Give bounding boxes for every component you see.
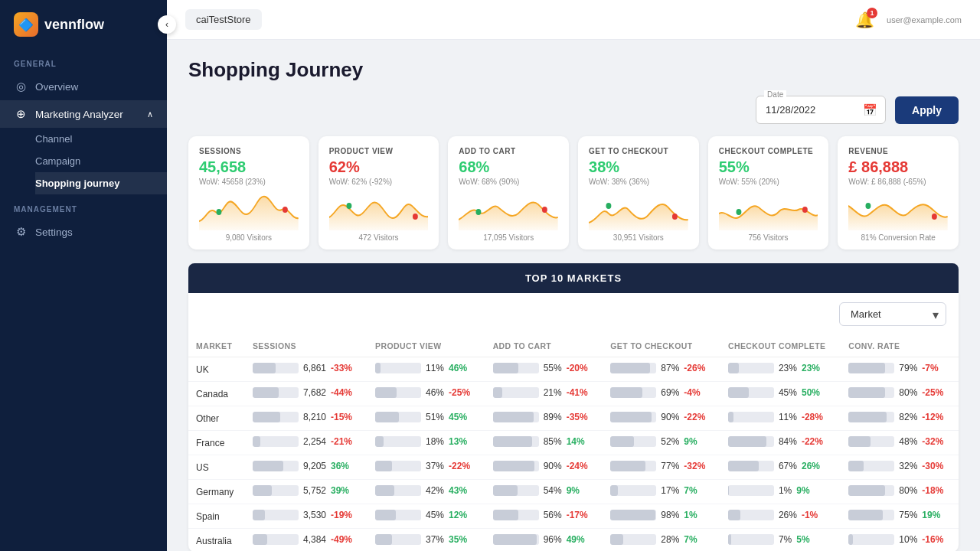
- topbar-right: 🔔 1 user@example.com: [855, 11, 962, 29]
- sidebar-item-campaign[interactable]: Campaign: [35, 150, 167, 172]
- product-view-cell: 46% -25%: [368, 382, 485, 406]
- table-header-add-to-cart: ADD TO CART: [485, 335, 603, 357]
- sessions-cell: 2,254 -21%: [245, 431, 368, 455]
- table-row: France 2,254 -21% 18% 13% 85% 14%: [188, 431, 959, 455]
- metric-chart: [199, 191, 299, 230]
- checkout-complete-cell: 26% -1%: [720, 504, 841, 529]
- checkout-complete-cell: 23% 23%: [720, 357, 841, 382]
- market-name: UK: [188, 357, 245, 382]
- table-row: Germany 5,752 39% 42% 43% 54% 9%: [188, 480, 959, 504]
- metric-wow: WoW: 38% (36%): [589, 178, 688, 186]
- sidebar-item-marketing-analyzer[interactable]: ⊕ Marketing Analyzer ∧: [0, 100, 167, 128]
- sidebar-item-label: Channel: [35, 133, 72, 145]
- product-view-cell: 18% 13%: [368, 431, 485, 455]
- market-name: Spain: [188, 504, 245, 529]
- dot-red: [283, 207, 288, 213]
- metric-title: ADD TO CART: [459, 147, 558, 155]
- sidebar: 🔷 vennflow ‹ GENERAL ◎ Overview ⊕ Market…: [0, 0, 167, 551]
- sidebar-section-management: MANAGEMENT: [0, 194, 167, 218]
- content-area: Shopping Journey Date 11/28/2022 📅 Apply…: [167, 40, 980, 551]
- marketing-icon: ⊕: [14, 107, 28, 121]
- dot-red: [542, 207, 547, 213]
- notification-bell[interactable]: 🔔 1: [855, 11, 874, 29]
- metric-title: GET TO CHECKOUT: [589, 147, 688, 155]
- get-to-checkout-cell: 52% 9%: [603, 431, 720, 455]
- market-name: Germany: [188, 480, 245, 504]
- get-to-checkout-cell: 87% -26%: [603, 357, 720, 382]
- conv-rate-cell: 80% -25%: [841, 382, 959, 406]
- metric-footer: 472 Visitors: [329, 233, 429, 242]
- market-name: France: [188, 431, 245, 455]
- conv-rate-cell: 48% -32%: [841, 431, 959, 455]
- checkout-complete-cell: 45% 50%: [720, 382, 841, 406]
- sidebar-item-overview[interactable]: ◎ Overview: [0, 73, 167, 100]
- notification-badge: 1: [867, 8, 877, 18]
- metric-card-sessions: SESSIONS 45,658 WoW: 45658 (23%) 9,080 V…: [188, 136, 309, 249]
- metric-footer: 81% Conversion Rate: [848, 233, 948, 242]
- table-row: US 9,205 36% 37% -22% 90% -24%: [188, 455, 959, 480]
- metric-title: CHECKOUT COMPLETE: [719, 147, 818, 155]
- dot-red: [802, 207, 808, 213]
- market-name: Australia: [188, 529, 245, 552]
- metric-card-product-view: PRODUCT VIEW 62% WoW: 62% (-92%) 472 Vis…: [318, 136, 439, 249]
- metric-wow: WoW: £ 86,888 (-65%): [848, 178, 948, 186]
- sessions-cell: 4,384 -49%: [245, 529, 368, 552]
- metric-value: 38%: [589, 158, 688, 176]
- product-view-cell: 37% 35%: [368, 529, 485, 552]
- product-view-cell: 45% 12%: [368, 504, 485, 529]
- sidebar-item-label: Shopping journey: [35, 178, 120, 189]
- product-view-cell: 11% 46%: [368, 357, 485, 382]
- date-field[interactable]: Date 11/28/2022 📅: [756, 96, 886, 124]
- get-to-checkout-cell: 90% -22%: [603, 406, 720, 431]
- metric-footer: 17,095 Visitors: [459, 233, 558, 242]
- metric-value: 62%: [329, 158, 429, 176]
- calendar-icon[interactable]: 📅: [863, 103, 877, 117]
- get-to-checkout-cell: 77% -32%: [603, 455, 720, 480]
- dot-green: [866, 203, 871, 209]
- checkout-complete-cell: 67% 26%: [720, 455, 841, 480]
- sidebar-item-label: Settings: [35, 227, 73, 238]
- add-to-cart-cell: 90% -24%: [485, 455, 603, 480]
- sessions-cell: 6,861 -33%: [245, 357, 368, 382]
- markets-header: TOP 10 MARKETS: [188, 263, 959, 293]
- table-header-checkout-complete: CHECKOUT COMPLETE: [720, 335, 841, 357]
- metric-footer: 756 Visitors: [719, 233, 818, 242]
- metric-chart: [589, 191, 688, 230]
- market-select-wrap[interactable]: Market: [839, 302, 946, 326]
- table-header-sessions: SESSIONS: [245, 335, 368, 357]
- apply-button[interactable]: Apply: [895, 96, 959, 124]
- market-select[interactable]: Market: [839, 302, 946, 326]
- market-name: Other: [188, 406, 245, 431]
- store-tab[interactable]: caiTestStore: [185, 9, 262, 30]
- sidebar-item-settings[interactable]: ⚙ Settings: [0, 218, 167, 246]
- overview-icon: ◎: [14, 80, 28, 93]
- metric-wow: WoW: 68% (90%): [459, 178, 558, 186]
- checkout-complete-cell: 1% 9%: [720, 480, 841, 504]
- conv-rate-cell: 80% -18%: [841, 480, 959, 504]
- sessions-cell: 3,530 -19%: [245, 504, 368, 529]
- product-view-cell: 42% 43%: [368, 480, 485, 504]
- sidebar-collapse-button[interactable]: ‹: [158, 15, 176, 34]
- logo-icon: 🔷: [14, 12, 38, 37]
- metric-card-checkout-complete: CHECKOUT COMPLETE 55% WoW: 55% (20%) 756…: [708, 136, 829, 249]
- topbar: caiTestStore 🔔 1 user@example.com: [167, 0, 980, 40]
- table-row: Australia 4,384 -49% 37% 35% 96% 49%: [188, 529, 959, 552]
- sidebar-item-channel[interactable]: Channel: [35, 128, 167, 150]
- page-title: Shopping Journey: [188, 58, 959, 82]
- metric-title: SESSIONS: [199, 147, 299, 155]
- metrics-row: SESSIONS 45,658 WoW: 45658 (23%) 9,080 V…: [188, 136, 959, 249]
- get-to-checkout-cell: 98% 1%: [603, 504, 720, 529]
- metric-value: 68%: [459, 158, 558, 176]
- add-to-cart-cell: 21% -41%: [485, 382, 603, 406]
- metric-title: PRODUCT VIEW: [329, 147, 429, 155]
- table-body: UK 6,861 -33% 11% 46% 55% -20%: [188, 357, 959, 552]
- sessions-cell: 9,205 36%: [245, 455, 368, 480]
- add-to-cart-cell: 85% 14%: [485, 431, 603, 455]
- sidebar-item-shopping-journey[interactable]: Shopping journey: [35, 172, 167, 194]
- dot-red: [413, 214, 418, 220]
- logo-text: vennflow: [44, 17, 104, 33]
- table-row: Canada 7,682 -44% 46% -25% 21% -41%: [188, 382, 959, 406]
- sidebar-item-label: Campaign: [35, 155, 80, 167]
- table-header-market: MARKET: [188, 335, 245, 357]
- dot-green: [606, 203, 611, 209]
